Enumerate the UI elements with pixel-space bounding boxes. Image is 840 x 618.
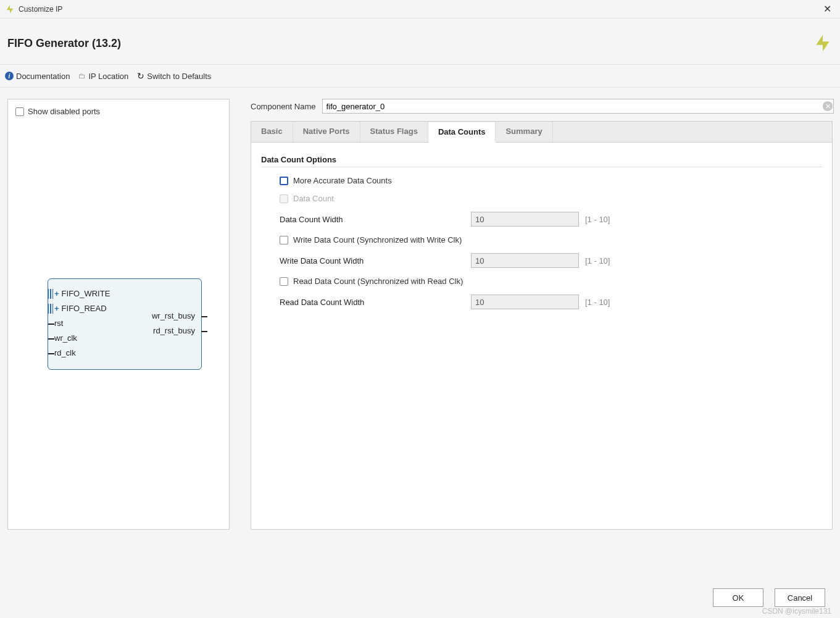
port-wr-clk-label: wr_clk [54,333,77,343]
documentation-link[interactable]: i Documentation [5,72,70,81]
wire-icon [48,353,54,354]
expand-icon[interactable]: + [54,289,59,298]
close-icon[interactable]: ✕ [820,3,835,15]
data-count-width-field: Data Count Width [1 - 10] [261,212,822,227]
write-data-count-field: Write Data Count (Synchronized with Writ… [261,235,822,244]
wire-icon [201,316,207,317]
tab-native-ports[interactable]: Native Ports [293,122,360,142]
info-icon: i [5,72,14,80]
show-disabled-ports-label: Show disabled ports [28,107,100,116]
documentation-label: Documentation [16,72,70,81]
toolbar: i Documentation 🗀 IP Location ↻ Switch t… [0,65,840,88]
port-wr-rst-busy-label: wr_rst_busy [152,311,195,320]
more-accurate-label: More Accurate Data Counts [293,176,392,185]
port-wr-clk: wr_clk [54,333,77,343]
read-data-count-label: Read Data Count (Synchronized with Read … [293,277,463,286]
preview-pane: Show disabled ports + FIFO_WRITE + FIFO_… [7,99,230,530]
watermark: CSDN @icysmile131 [762,607,831,616]
wire-icon [48,338,54,340]
read-data-count-width-field: Read Data Count Width [1 - 10] [261,294,822,309]
port-rst: rst [54,319,63,328]
more-accurate-data-counts-field: More Accurate Data Counts [261,176,822,185]
ip-location-link[interactable]: 🗀 IP Location [78,72,128,81]
port-fifo-write: + FIFO_WRITE [54,289,110,298]
write-data-count-width-range: [1 - 10] [585,256,610,265]
vivado-logo-icon [5,4,15,14]
component-name-input[interactable] [322,99,834,114]
read-data-count-field: Read Data Count (Synchronized with Read … [261,277,822,286]
write-data-count-checkbox[interactable] [280,236,288,244]
port-rd-rst-busy-label: rd_rst_busy [153,326,195,335]
port-rd-clk: rd_clk [54,348,76,357]
data-count-checkbox [280,194,288,203]
tab-summary[interactable]: Summary [496,122,552,142]
ok-button[interactable]: OK [713,588,763,607]
footer: OK Cancel [713,588,825,607]
folder-icon: 🗀 [78,72,86,80]
reload-icon: ↻ [137,71,144,81]
header: FIFO Generator (13.2) [0,19,840,65]
tabs: Basic Native Ports Status Flags Data Cou… [251,121,833,142]
show-disabled-ports-option[interactable]: Show disabled ports [15,107,222,116]
vivado-logo-large-icon [813,33,833,53]
port-fifo-write-label: FIFO_WRITE [62,289,110,298]
expand-icon[interactable]: + [54,304,59,313]
read-data-count-checkbox[interactable] [280,277,288,286]
titlebar: Customize IP ✕ [0,0,840,19]
port-wr-rst-busy: wr_rst_busy [152,311,195,320]
data-count-label: Data Count [293,194,484,203]
component-name-row: Component Name ✕ [251,99,833,114]
write-data-count-width-field: Write Data Count Width [1 - 10] [261,253,822,268]
data-count-width-label: Data Count Width [280,215,471,224]
port-fifo-read: + FIFO_READ [54,304,107,313]
component-name-label: Component Name [251,102,316,111]
write-data-count-width-input [471,253,579,268]
wire-icon [201,331,207,332]
bus-icon [48,289,53,299]
data-count-width-range: [1 - 10] [585,215,610,224]
port-rst-label: rst [54,319,63,328]
switch-defaults-label: Switch to Defaults [147,72,211,81]
show-disabled-ports-checkbox[interactable] [15,107,24,116]
data-count-options-title: Data Count Options [261,155,822,167]
write-data-count-width-label: Write Data Count Width [280,256,471,265]
cancel-button[interactable]: Cancel [775,588,825,607]
port-rd-rst-busy: rd_rst_busy [153,326,195,335]
clear-icon[interactable]: ✕ [823,101,833,111]
port-rd-clk-label: rd_clk [54,348,76,357]
config-pane: Component Name ✕ Basic Native Ports Stat… [251,99,833,530]
ip-block-symbol: + FIFO_WRITE + FIFO_READ rst wr_clk rd_c… [48,278,202,370]
write-data-count-label: Write Data Count (Synchronized with Writ… [293,235,462,244]
main-area: Show disabled ports + FIFO_WRITE + FIFO_… [0,88,840,530]
more-accurate-checkbox[interactable] [280,177,288,185]
read-data-count-width-range: [1 - 10] [585,298,610,307]
switch-defaults-link[interactable]: ↻ Switch to Defaults [137,71,211,81]
read-data-count-width-input [471,294,579,309]
data-count-field: Data Count [261,194,822,203]
tab-data-counts[interactable]: Data Counts [428,122,496,143]
tab-status-flags[interactable]: Status Flags [360,122,428,142]
page-title: FIFO Generator (13.2) [7,37,813,50]
window-title: Customize IP [19,5,820,14]
port-fifo-read-label: FIFO_READ [62,304,107,313]
ip-location-label: IP Location [88,72,128,81]
bus-icon [48,304,53,314]
wire-icon [48,324,54,325]
data-count-width-input [471,212,579,227]
tab-basic[interactable]: Basic [251,122,293,142]
tab-body-data-counts: Data Count Options More Accurate Data Co… [251,142,833,530]
read-data-count-width-label: Read Data Count Width [280,298,471,307]
